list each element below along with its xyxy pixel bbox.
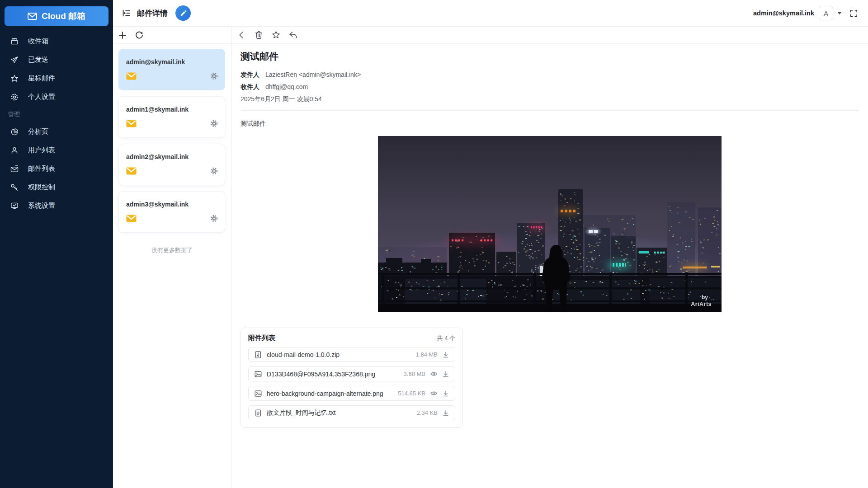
sidebar-item-personal-settings[interactable]: 个人设置 (0, 88, 113, 106)
send-icon (10, 56, 19, 65)
collapse-menu-icon[interactable] (121, 8, 131, 18)
attachment-size: 3.68 MB (404, 371, 425, 377)
avatar[interactable]: A (819, 6, 833, 20)
refresh-icon[interactable] (135, 31, 143, 39)
mail-folder-icon (126, 120, 137, 127)
download-icon[interactable] (442, 390, 449, 397)
mailbox-settings-gear-icon[interactable] (210, 72, 218, 80)
reply-icon[interactable] (288, 30, 298, 40)
sidebar: Cloud 邮箱 收件箱 已发送 星标邮件 (0, 0, 113, 488)
artwork-credit-artist: AriArts (691, 301, 712, 307)
cloud-mail-app: Cloud 邮箱 收件箱 已发送 星标邮件 (0, 0, 868, 488)
sidebar-item-label: 收件箱 (28, 37, 48, 46)
artwork-credit-by: by (702, 294, 708, 300)
mail-folder-icon (126, 72, 137, 80)
sidebar-section-admin: 管理 (0, 106, 113, 122)
sidebar-item-permissions[interactable]: 权限控制 (0, 178, 113, 197)
mailbox-card[interactable]: admin@skymail.ink (118, 49, 225, 90)
attachment-list-card: 附件列表 共 4 个 cloud-mail-demo-1.0.0.zip 1.8… (241, 328, 463, 428)
image-file-icon (254, 389, 262, 398)
back-icon[interactable] (237, 30, 246, 40)
mail-to-row: 收件人dhffgj@qq.com (241, 81, 859, 93)
monitor-icon (10, 202, 19, 211)
sidebar-item-label: 系统设置 (28, 202, 55, 210)
pie-chart-icon (10, 127, 19, 136)
pencil-icon (180, 10, 187, 17)
sidebar-item-sent[interactable]: 已发送 (0, 51, 113, 69)
download-icon[interactable] (442, 409, 449, 417)
mail-folder-icon (126, 167, 137, 175)
fullscreen-icon[interactable] (849, 9, 858, 18)
no-more-data-text: 没有更多数据了 (113, 246, 231, 254)
sidebar-item-user-list[interactable]: 用户列表 (0, 141, 113, 160)
sidebar-item-system-settings[interactable]: 系统设置 (0, 197, 113, 215)
download-icon[interactable] (442, 351, 449, 358)
mailbox-email: admin2@skymail.ink (126, 153, 218, 160)
sidebar-item-label: 已发送 (28, 56, 48, 64)
attachment-row: 散文片段_时间与记忆.txt 2.34 KB (248, 405, 455, 420)
attachment-name: cloud-mail-demo-1.0.0.zip (267, 351, 411, 358)
user-icon (10, 146, 19, 155)
mail-detail-content: 测试邮件 发件人LaziestRen <admin@skymail.ink> 收… (231, 44, 868, 428)
mailbox-card[interactable]: admin2@skymail.ink (118, 144, 225, 185)
mailbox-card[interactable]: admin1@skymail.ink (118, 96, 225, 138)
attachment-name: D133D468@F095A914.353F2368.png (267, 371, 399, 378)
attachment-name: hero-background-campaign-alternate.png (267, 390, 393, 397)
sidebar-item-label: 权限控制 (28, 183, 55, 192)
inbox-icon (10, 37, 19, 46)
sidebar-item-mail-list[interactable]: 邮件列表 (0, 160, 113, 178)
brand-logo-button[interactable]: Cloud 邮箱 (5, 6, 108, 26)
delete-icon[interactable] (254, 30, 264, 40)
mail-subject: 测试邮件 (241, 50, 859, 63)
list-toolbar (113, 27, 231, 44)
topbar-right: admin@skymail.ink A (753, 6, 858, 20)
sidebar-item-label: 用户列表 (28, 146, 55, 155)
attachment-row: cloud-mail-demo-1.0.0.zip 1.84 MB (248, 347, 455, 362)
compose-button[interactable] (175, 5, 191, 21)
text-file-icon (254, 409, 262, 417)
workspace: admin@skymail.ink admin1@skymail.ink (113, 27, 868, 488)
sidebar-item-label: 邮件列表 (28, 164, 55, 173)
attachment-row: hero-background-campaign-alternate.png 5… (248, 386, 455, 401)
embedded-image-night-city: by AriArts (378, 136, 722, 312)
avatar-letter: A (824, 9, 828, 17)
mail-detail-pane: 测试邮件 发件人LaziestRen <admin@skymail.ink> 收… (231, 27, 868, 488)
add-mailbox-icon[interactable] (118, 31, 127, 39)
attachment-count: 共 4 个 (437, 334, 455, 343)
sidebar-item-inbox[interactable]: 收件箱 (0, 32, 113, 51)
to-value: dhffgj@qq.com (265, 83, 308, 90)
preview-eye-icon[interactable] (430, 370, 438, 378)
attachment-name: 散文片段_时间与记忆.txt (267, 409, 412, 417)
divider (241, 110, 859, 111)
brand-name: Cloud 邮箱 (42, 10, 85, 22)
mailbox-settings-gear-icon[interactable] (210, 120, 218, 127)
mailbox-email: admin3@skymail.ink (126, 201, 218, 208)
gear-icon (10, 93, 19, 102)
sidebar-item-label: 分析页 (28, 127, 48, 136)
mailbox-card-row (126, 72, 218, 80)
mailbox-card-row (126, 215, 218, 222)
mail-from-row: 发件人LaziestRen <admin@skymail.ink> (241, 69, 859, 81)
preview-eye-icon[interactable] (430, 389, 438, 397)
from-label: 发件人 (241, 71, 259, 78)
sidebar-item-starred[interactable]: 星标邮件 (0, 69, 113, 88)
key-icon (10, 183, 19, 192)
sidebar-item-label: 星标邮件 (28, 74, 55, 83)
star-icon (10, 74, 19, 83)
mailbox-email: admin1@skymail.ink (126, 106, 218, 113)
mailbox-card[interactable]: admin3@skymail.ink (118, 191, 225, 233)
mail-logo-icon (28, 13, 37, 20)
mailbox-settings-gear-icon[interactable] (210, 167, 218, 175)
image-file-icon (254, 370, 262, 378)
account-name[interactable]: admin@skymail.ink (753, 9, 814, 17)
sidebar-item-analytics[interactable]: 分析页 (0, 122, 113, 141)
topbar: 邮件详情 admin@skymail.ink A (113, 0, 868, 27)
chevron-down-icon[interactable] (837, 12, 842, 14)
page-title: 邮件详情 (137, 8, 168, 19)
mailbox-card-row (126, 167, 218, 175)
download-icon[interactable] (442, 371, 449, 378)
star-icon[interactable] (271, 30, 281, 40)
detail-toolbar (231, 27, 868, 44)
mail-list-icon (10, 164, 19, 174)
mailbox-settings-gear-icon[interactable] (210, 215, 218, 222)
